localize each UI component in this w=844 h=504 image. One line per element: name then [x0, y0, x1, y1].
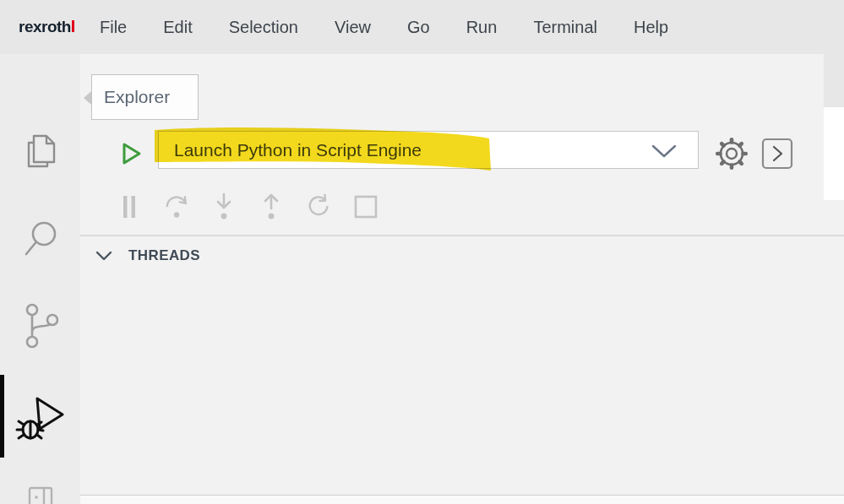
- pause-icon: [121, 194, 138, 219]
- chevron-down-icon: [95, 249, 113, 263]
- files-icon: [19, 127, 62, 173]
- menu-item-file[interactable]: File: [100, 18, 127, 37]
- activity-item-explorer[interactable]: [0, 127, 80, 174]
- step-out-button[interactable]: [259, 192, 284, 222]
- step-into-icon: [212, 192, 236, 221]
- menu-item-selection[interactable]: Selection: [229, 18, 298, 37]
- step-over-button[interactable]: [164, 192, 189, 222]
- threads-section-header[interactable]: THREADS: [91, 244, 818, 268]
- device-rail-icon: [26, 485, 55, 504]
- pause-button[interactable]: [117, 192, 142, 222]
- chevron-down-icon: [651, 144, 678, 159]
- play-icon: [119, 141, 143, 166]
- menu-item-view[interactable]: View: [335, 18, 371, 37]
- rexroth-logo-red-mark: [72, 20, 74, 32]
- activity-item-search[interactable]: [0, 214, 80, 263]
- tooltip-pointer: [84, 91, 91, 105]
- run-debug-side-panel: [80, 54, 844, 504]
- menu-item-go[interactable]: Go: [407, 18, 430, 37]
- debug-settings-button[interactable]: [714, 136, 749, 171]
- activity-item-source-control[interactable]: [0, 301, 80, 351]
- menu-item-terminal[interactable]: Terminal: [533, 18, 597, 37]
- panel-bottom-strip: [80, 496, 844, 504]
- chevron-right-box-icon: [761, 138, 793, 170]
- step-out-icon: [259, 192, 283, 221]
- editor-area-sliver: [824, 107, 844, 200]
- debug-config-select[interactable]: Launch Python in Script Engine: [158, 131, 699, 169]
- stop-button[interactable]: [353, 192, 378, 222]
- debug-toolbar: [117, 192, 378, 222]
- menu-item-run[interactable]: Run: [466, 18, 498, 37]
- menu-item-edit[interactable]: Edit: [163, 18, 192, 37]
- stop-icon: [353, 194, 378, 219]
- threads-section-label: THREADS: [128, 247, 200, 264]
- menu-bar: rexroth File Edit Selection View Go Run …: [0, 0, 844, 54]
- restart-icon: [306, 192, 331, 221]
- restart-button[interactable]: [306, 192, 331, 222]
- activity-item-run-and-debug[interactable]: [0, 390, 80, 447]
- debug-bug-play-icon: [14, 393, 67, 445]
- activity-bar: [0, 54, 80, 504]
- gear-icon: [715, 137, 749, 171]
- rexroth-logo: rexroth: [19, 0, 72, 54]
- step-into-button[interactable]: [211, 192, 237, 222]
- menu-items: File Edit Selection View Go Run Terminal…: [100, 0, 668, 54]
- start-debug-button[interactable]: [119, 141, 143, 166]
- panel-separator: [80, 235, 844, 236]
- open-debug-console-button[interactable]: [761, 138, 793, 170]
- editor-area-header-sliver: [824, 54, 844, 107]
- explorer-tooltip-label: Explorer: [104, 87, 170, 107]
- explorer-tooltip: Explorer: [91, 74, 199, 120]
- debug-config-value: Launch Python in Script Engine: [174, 140, 422, 160]
- step-over-icon: [164, 192, 189, 221]
- git-branch-icon: [19, 301, 62, 350]
- menu-item-help[interactable]: Help: [634, 18, 668, 37]
- search-icon: [19, 215, 63, 263]
- rexroth-logo-text: rexroth: [19, 18, 71, 36]
- activity-item-devices[interactable]: [0, 485, 80, 504]
